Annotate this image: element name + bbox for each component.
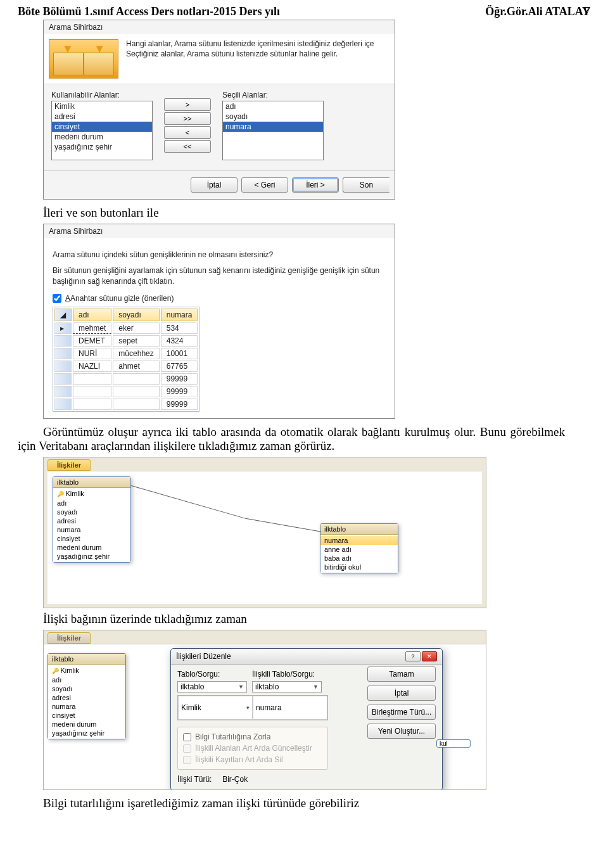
help-window-button[interactable]: ? bbox=[405, 651, 421, 661]
table-combo-left[interactable]: ilktablo▼ bbox=[177, 681, 247, 692]
ok-button[interactable]: Tamam bbox=[367, 667, 436, 682]
next-button[interactable]: İleri > bbox=[292, 177, 339, 193]
remove-button[interactable]: < bbox=[164, 126, 211, 139]
grid-cell[interactable]: 10001 bbox=[161, 348, 198, 359]
grid-cell[interactable]: 534 bbox=[161, 322, 198, 334]
grid-column-header[interactable]: soyadı bbox=[113, 309, 159, 321]
grid-cell[interactable] bbox=[73, 373, 111, 385]
relationship-line-1a[interactable] bbox=[131, 485, 247, 519]
relationship-line-1b[interactable] bbox=[246, 518, 321, 532]
field-mapping-grid[interactable]: Kimlik▾ numara bbox=[177, 695, 328, 720]
grid-row-selector[interactable] bbox=[54, 348, 72, 359]
cascade-delete-checkbox[interactable]: İlişkili Kayıtları Art Arda Sil bbox=[183, 754, 322, 765]
wizard1-title: Arama Sihirbazı bbox=[44, 20, 395, 34]
selected-field-item[interactable]: soyadı bbox=[223, 112, 323, 122]
available-field-item[interactable]: medeni durum bbox=[52, 132, 152, 142]
relationships-tab[interactable]: İlişkiler bbox=[48, 459, 91, 471]
grid-row-selector[interactable] bbox=[54, 399, 72, 410]
grid-cell[interactable]: ahmet bbox=[113, 361, 159, 372]
table-field-item[interactable]: soyadı bbox=[53, 507, 130, 516]
grid-cell[interactable]: mehmet bbox=[73, 322, 111, 334]
join-type-button[interactable]: Birleştirme Türü... bbox=[367, 705, 436, 720]
grid-cell[interactable] bbox=[113, 399, 159, 410]
grid-cell[interactable]: 4324 bbox=[161, 335, 198, 347]
available-field-item[interactable]: Kimlik bbox=[52, 101, 152, 112]
grid-cell[interactable]: sepet bbox=[113, 335, 159, 347]
back-button[interactable]: < Geri bbox=[241, 177, 288, 193]
hide-key-column-input[interactable] bbox=[53, 294, 61, 303]
available-fields-listbox[interactable]: Kimlikadresicinsiyetmedeni durumyaşadığı… bbox=[51, 101, 153, 160]
wizard1-desc: Hangi alanlar, Arama sütunu listenizde i… bbox=[126, 39, 390, 79]
table-field-item[interactable]: medeni durum bbox=[53, 543, 130, 552]
cancel-button[interactable]: İptal bbox=[191, 177, 238, 193]
create-new-button[interactable]: Yeni Oluştur... bbox=[367, 724, 436, 739]
add-button[interactable]: > bbox=[164, 98, 211, 111]
table-field-item[interactable]: Kimlik bbox=[53, 489, 130, 499]
grid-row-selector[interactable] bbox=[54, 335, 72, 347]
grid-cell[interactable]: NURİ bbox=[73, 348, 111, 359]
close-window-button[interactable]: ✕ bbox=[422, 651, 437, 661]
grid-cell[interactable]: 99999 bbox=[161, 386, 198, 397]
grid-cell[interactable]: 99999 bbox=[161, 373, 198, 385]
grid-column-header[interactable]: adı bbox=[73, 309, 111, 321]
table-field-item[interactable]: adresi bbox=[53, 516, 130, 525]
add-all-button[interactable]: >> bbox=[164, 112, 211, 125]
grid-cell[interactable] bbox=[73, 386, 111, 397]
table-field-item[interactable]: baba adı bbox=[320, 554, 398, 563]
table-field-item[interactable]: anne adı bbox=[320, 545, 398, 554]
table-field-item[interactable]: yaşadığınız şehir bbox=[53, 552, 130, 561]
grid-cell[interactable]: mücehhez bbox=[113, 348, 159, 359]
table-field-item[interactable]: adı bbox=[48, 675, 125, 684]
selected-field-item[interactable]: adı bbox=[223, 101, 323, 112]
hide-key-column-checkbox[interactable]: AAnahtar sütunu gizle (önerilen) bbox=[53, 294, 386, 303]
available-field-item[interactable]: yaşadığınız şehir bbox=[52, 142, 152, 152]
relationships-window-2: İlişkiler ilktabloKimlikadısoyadıadresin… bbox=[43, 630, 486, 790]
table-field-item[interactable]: yaşadığınız şehir bbox=[48, 729, 125, 737]
table-field-item[interactable]: adresi bbox=[48, 693, 125, 702]
table-combo-right[interactable]: ilktablo▼ bbox=[252, 681, 322, 692]
table-box-left-2[interactable]: ilktabloKimlikadısoyadıadresinumaracinsi… bbox=[48, 653, 126, 739]
grid-row-selector[interactable]: ▸ bbox=[54, 322, 72, 334]
remove-all-button[interactable]: << bbox=[164, 140, 211, 153]
table-field-item[interactable]: numara bbox=[320, 536, 398, 545]
available-field-item[interactable]: adresi bbox=[52, 112, 152, 122]
wizard-lookup-fields: Arama Sihirbazı Hangi alanlar, Arama süt… bbox=[43, 20, 395, 200]
grid-cell[interactable]: 67765 bbox=[161, 361, 198, 372]
grid-cell[interactable] bbox=[73, 399, 111, 410]
table-field-item[interactable]: numara bbox=[53, 525, 130, 534]
cancel-dialog-button[interactable]: İptal bbox=[367, 686, 436, 701]
grid-cell[interactable]: DEMET bbox=[73, 335, 111, 347]
grid-row-selector[interactable] bbox=[54, 386, 72, 397]
table-field-item[interactable]: soyadı bbox=[48, 684, 125, 693]
grid-cell[interactable] bbox=[113, 386, 159, 397]
grid-column-header[interactable]: numara bbox=[161, 309, 198, 321]
table-field-item[interactable]: cinsiyet bbox=[53, 534, 130, 543]
field-right-combo[interactable]: numara bbox=[253, 696, 327, 720]
table-box-right[interactable]: ilktablonumaraanne adıbaba adıbitirdiği … bbox=[320, 523, 398, 573]
grid-row-selector[interactable] bbox=[54, 373, 72, 385]
available-field-item[interactable]: cinsiyet bbox=[52, 122, 152, 132]
selected-fields-listbox[interactable]: adısoyadınumara bbox=[222, 101, 324, 160]
grid-corner[interactable]: ◢ bbox=[54, 309, 72, 321]
table-field-item[interactable]: cinsiyet bbox=[48, 711, 125, 720]
hide-key-column-label: AAnahtar sütunu gizle (önerilen) bbox=[65, 294, 174, 303]
grid-cell[interactable]: 99999 bbox=[161, 399, 198, 410]
cascade-update-checkbox[interactable]: İlişkili Alanları Art Arda Güncelleştir bbox=[183, 743, 322, 754]
grid-cell[interactable]: eker bbox=[113, 322, 159, 334]
table-field-item[interactable]: bitirdiği okul bbox=[320, 563, 398, 571]
enforce-integrity-checkbox[interactable]: Bilgi Tutarlılığına Zorla bbox=[183, 731, 322, 743]
selected-field-item[interactable]: numara bbox=[223, 122, 323, 132]
grid-row-selector[interactable] bbox=[54, 361, 72, 372]
table-field-item[interactable]: adı bbox=[53, 499, 130, 507]
table-field-item[interactable]: Kimlik bbox=[48, 666, 125, 675]
table-field-item[interactable]: numara bbox=[48, 702, 125, 711]
relationships-tab-2[interactable]: İlişkiler bbox=[48, 632, 91, 644]
preview-grid[interactable]: ◢adısoyadınumara▸mehmeteker534DEMETsepet… bbox=[53, 307, 200, 412]
field-left-combo[interactable]: Kimlik▾ bbox=[178, 696, 253, 720]
grid-cell[interactable]: NAZLI bbox=[73, 361, 111, 372]
table-field-item[interactable]: medeni durum bbox=[48, 720, 125, 729]
table-box-left[interactable]: ilktabloKimlikadısoyadıadresinumaracinsi… bbox=[53, 476, 131, 563]
finish-button[interactable]: Son bbox=[343, 177, 390, 193]
page-number: 7 bbox=[585, 5, 590, 18]
grid-cell[interactable] bbox=[113, 373, 159, 385]
